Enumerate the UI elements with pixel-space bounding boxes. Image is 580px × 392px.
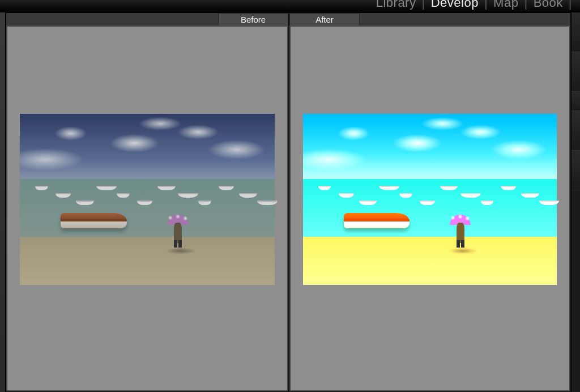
distant-boat-icon: [219, 186, 234, 190]
module-book[interactable]: Book: [534, 0, 563, 10]
person-icon: [450, 213, 471, 247]
person-shadow: [165, 248, 196, 254]
distant-boat-icon: [178, 193, 198, 198]
boats-row: [20, 182, 275, 216]
before-canvas[interactable]: [7, 27, 287, 390]
distant-boat-icon: [76, 201, 94, 205]
nav-separator: |: [569, 0, 572, 10]
before-label: Before: [218, 13, 288, 25]
right-panel-segment[interactable]: [572, 12, 580, 52]
person-shadow: [447, 248, 478, 254]
distant-boat-icon: [420, 201, 435, 205]
right-panel-collapsed[interactable]: [571, 12, 580, 392]
right-panel-segment[interactable]: [572, 52, 580, 92]
sky: [20, 114, 275, 179]
module-develop[interactable]: Develop: [431, 0, 479, 10]
distant-boat-icon: [399, 193, 412, 198]
big-boat-icon: [61, 213, 127, 228]
right-panel-segment[interactable]: [572, 92, 580, 111]
module-nav: Library | Develop | Map | Book |: [0, 0, 580, 12]
nav-separator: |: [484, 0, 488, 10]
distant-boat-icon: [318, 186, 331, 190]
after-label: After: [289, 13, 360, 25]
clouds-icon: [303, 114, 557, 179]
before-header: Before: [6, 13, 288, 25]
boats-row: [303, 182, 557, 216]
distant-boat-icon: [56, 193, 71, 198]
distant-boat-icon: [137, 201, 152, 205]
person-legs: [174, 240, 182, 247]
nav-separator: |: [421, 0, 425, 10]
distant-boat-icon: [521, 193, 539, 198]
left-panel-collapsed[interactable]: [0, 12, 6, 392]
big-boat-icon: [344, 213, 410, 228]
distant-boat-icon: [96, 186, 117, 190]
after-pane: After: [288, 13, 570, 391]
after-canvas[interactable]: [291, 27, 569, 390]
distant-boat-icon: [501, 186, 516, 190]
clouds-icon: [20, 114, 275, 179]
before-photo: [20, 114, 275, 285]
distant-boat-icon: [239, 193, 257, 198]
sand: [303, 237, 557, 285]
sky: [303, 114, 557, 179]
scene: [303, 114, 557, 285]
distant-boat-icon: [198, 201, 211, 205]
distant-boat-icon: [339, 193, 354, 198]
compare-view: Before: [6, 12, 571, 392]
distant-boat-icon: [539, 201, 560, 205]
before-pane: Before: [6, 13, 288, 391]
distant-boat-icon: [481, 201, 493, 205]
distant-boat-icon: [359, 201, 377, 205]
distant-boat-icon: [460, 193, 481, 198]
sand: [20, 237, 275, 285]
distant-boat-icon: [157, 186, 176, 190]
distant-boat-icon: [35, 186, 48, 190]
module-library[interactable]: Library: [376, 0, 416, 10]
right-panel-segment[interactable]: [572, 151, 580, 190]
scene: [20, 114, 275, 285]
person-icon: [168, 213, 188, 247]
distant-boat-icon: [440, 186, 458, 190]
distant-boat-icon: [379, 186, 399, 190]
after-header: After: [289, 13, 570, 25]
distant-boat-icon: [117, 193, 130, 198]
right-panel-segment[interactable]: [572, 111, 580, 151]
module-map[interactable]: Map: [493, 0, 518, 10]
distant-boat-icon: [257, 201, 278, 205]
nav-separator: |: [524, 0, 527, 10]
after-photo: [303, 114, 557, 285]
person-legs: [457, 240, 464, 247]
